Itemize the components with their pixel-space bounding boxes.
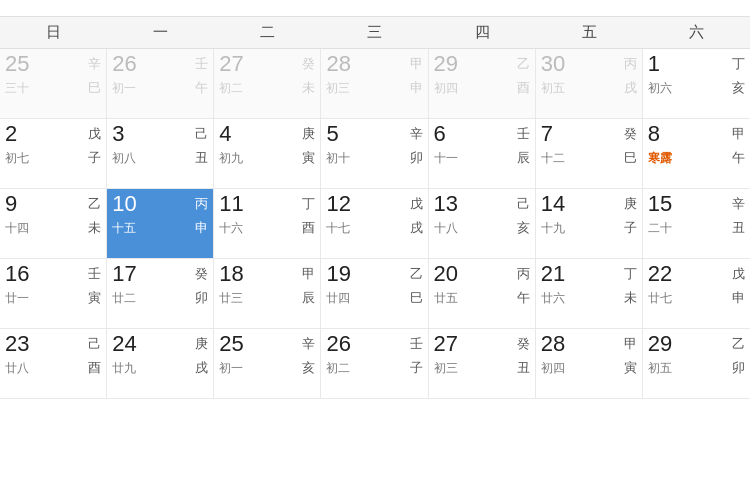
calendar-day[interactable]: 19乙廿四巳 [321, 259, 428, 329]
earthly-branch: 卯 [195, 289, 208, 307]
solar-date: 16 [5, 263, 29, 285]
earthly-branch: 卯 [732, 359, 745, 377]
earthly-branch: 辰 [517, 149, 530, 167]
weekday-label: 五 [536, 17, 643, 48]
lunar-date: 初二 [326, 360, 350, 377]
calendar-day[interactable]: 28甲初四寅 [536, 329, 643, 399]
calendar-day[interactable]: 27癸初三丑 [429, 329, 536, 399]
lunar-date: 廿七 [648, 290, 672, 307]
solar-date: 21 [541, 263, 565, 285]
heavenly-stem: 壬 [517, 125, 530, 143]
solar-date: 15 [648, 193, 672, 215]
solar-date: 8 [648, 123, 660, 145]
solar-date: 11 [219, 193, 243, 215]
calendar-day[interactable]: 4庚初九寅 [214, 119, 321, 189]
heavenly-stem: 丁 [732, 55, 745, 73]
calendar-day[interactable]: 29乙初四酉 [429, 49, 536, 119]
calendar-day[interactable]: 10丙十五申 [107, 189, 214, 259]
solar-date: 18 [219, 263, 243, 285]
lunar-date: 廿八 [5, 360, 29, 377]
lunar-date: 十六 [219, 220, 243, 237]
calendar-day[interactable]: 2戊初七子 [0, 119, 107, 189]
calendar-day[interactable]: 26壬初二子 [321, 329, 428, 399]
heavenly-stem: 乙 [410, 265, 423, 283]
solar-date: 9 [5, 193, 17, 215]
calendar-day[interactable]: 8甲寒露午 [643, 119, 750, 189]
heavenly-stem: 辛 [732, 195, 745, 213]
lunar-date: 初一 [112, 80, 136, 97]
weekday-label: 二 [214, 17, 321, 48]
weekday-label: 四 [429, 17, 536, 48]
heavenly-stem: 己 [195, 125, 208, 143]
solar-date: 23 [5, 333, 29, 355]
calendar-day[interactable]: 26壬初一午 [107, 49, 214, 119]
lunar-date: 初六 [648, 80, 672, 97]
heavenly-stem: 戊 [410, 195, 423, 213]
heavenly-stem: 乙 [88, 195, 101, 213]
solar-date: 20 [434, 263, 458, 285]
heavenly-stem: 戊 [732, 265, 745, 283]
lunar-date: 初四 [434, 80, 458, 97]
lunar-date: 寒露 [648, 150, 672, 167]
earthly-branch: 亥 [302, 359, 315, 377]
heavenly-stem: 甲 [302, 265, 315, 283]
lunar-date: 廿一 [5, 290, 29, 307]
earthly-branch: 子 [88, 149, 101, 167]
calendar-day[interactable]: 18甲廿三辰 [214, 259, 321, 329]
lunar-date: 初八 [112, 150, 136, 167]
calendar-day[interactable]: 9乙十四未 [0, 189, 107, 259]
lunar-date: 十二 [541, 150, 565, 167]
calendar-day[interactable]: 12戊十七戌 [321, 189, 428, 259]
calendar-day[interactable]: 22戊廿七申 [643, 259, 750, 329]
calendar-day[interactable]: 21丁廿六未 [536, 259, 643, 329]
solar-date: 26 [112, 53, 136, 75]
earthly-branch: 酉 [88, 359, 101, 377]
earthly-branch: 申 [410, 79, 423, 97]
calendar-day[interactable]: 28甲初三申 [321, 49, 428, 119]
heavenly-stem: 己 [517, 195, 530, 213]
calendar-day[interactable]: 23己廿八酉 [0, 329, 107, 399]
calendar-day[interactable]: 13己十八亥 [429, 189, 536, 259]
calendar-day[interactable]: 5辛初十卯 [321, 119, 428, 189]
calendar-day[interactable]: 7癸十二巳 [536, 119, 643, 189]
heavenly-stem: 甲 [732, 125, 745, 143]
calendar-day[interactable]: 25辛初一亥 [214, 329, 321, 399]
earthly-branch: 申 [732, 289, 745, 307]
earthly-branch: 未 [302, 79, 315, 97]
calendar-day[interactable]: 6壬十一辰 [429, 119, 536, 189]
lunar-date: 初二 [219, 80, 243, 97]
solar-date: 26 [326, 333, 350, 355]
lunar-date: 初十 [326, 150, 350, 167]
calendar-day[interactable]: 3己初八丑 [107, 119, 214, 189]
lunar-date: 廿九 [112, 360, 136, 377]
earthly-branch: 亥 [517, 219, 530, 237]
lunar-date: 三十 [5, 80, 29, 97]
calendar-day[interactable]: 24庚廿九戌 [107, 329, 214, 399]
calendar-grid: 25辛三十巳26壬初一午27癸初二未28甲初三申29乙初四酉30丙初五戌1丁初六… [0, 49, 750, 399]
solar-date: 17 [112, 263, 136, 285]
solar-date: 10 [112, 193, 136, 215]
calendar-day[interactable]: 29乙初五卯 [643, 329, 750, 399]
earthly-branch: 寅 [88, 289, 101, 307]
solar-date: 2 [5, 123, 17, 145]
calendar-day[interactable]: 15辛二十丑 [643, 189, 750, 259]
calendar-day[interactable]: 16壬廿一寅 [0, 259, 107, 329]
calendar-day[interactable]: 14庚十九子 [536, 189, 643, 259]
lunar-date: 初四 [541, 360, 565, 377]
calendar-day[interactable]: 25辛三十巳 [0, 49, 107, 119]
calendar-day[interactable]: 1丁初六亥 [643, 49, 750, 119]
earthly-branch: 午 [517, 289, 530, 307]
heavenly-stem: 丙 [195, 195, 208, 213]
calendar-day[interactable]: 20丙廿五午 [429, 259, 536, 329]
earthly-branch: 未 [88, 219, 101, 237]
calendar-day[interactable]: 11丁十六酉 [214, 189, 321, 259]
weekday-label: 日 [0, 17, 107, 48]
lunar-date: 十五 [112, 220, 136, 237]
calendar-day[interactable]: 30丙初五戌 [536, 49, 643, 119]
weekday-label: 六 [643, 17, 750, 48]
calendar-day[interactable]: 27癸初二未 [214, 49, 321, 119]
heavenly-stem: 庚 [302, 125, 315, 143]
heavenly-stem: 癸 [517, 335, 530, 353]
earthly-branch: 巳 [410, 289, 423, 307]
calendar-day[interactable]: 17癸廿二卯 [107, 259, 214, 329]
